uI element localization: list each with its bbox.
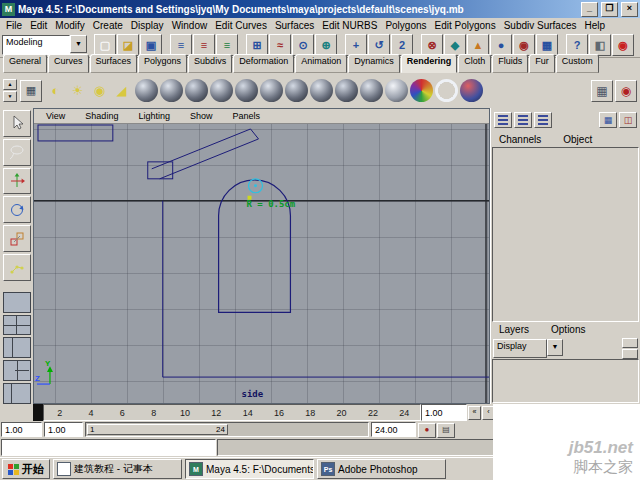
shelf-tab[interactable]: Cloth: [458, 54, 491, 73]
toolbar-icon[interactable]: ≈: [269, 34, 291, 56]
channel-box-list[interactable]: [492, 147, 639, 322]
close-button[interactable]: ×: [621, 2, 638, 17]
time-ruler[interactable]: 24681012141618202224: [43, 404, 421, 421]
menu-item[interactable]: Polygons: [381, 20, 430, 31]
menu-item[interactable]: Surfaces: [271, 20, 318, 31]
toolbar-icon[interactable]: ?: [566, 34, 588, 56]
shelf-tab[interactable]: Fur: [529, 54, 555, 73]
light-icon[interactable]: ◉: [89, 80, 110, 101]
material-sphere-icon[interactable]: [335, 79, 358, 102]
material-sphere-icon[interactable]: [310, 79, 333, 102]
toolbar-icon[interactable]: ↺: [368, 34, 390, 56]
range-option-button[interactable]: ▤: [437, 423, 455, 438]
shelf-tab[interactable]: General: [3, 54, 47, 73]
menu-item[interactable]: Edit NURBS: [318, 20, 381, 31]
material-sphere-icon[interactable]: [385, 79, 408, 102]
wireframe-rectangle[interactable]: [38, 125, 113, 141]
material-sphere-icon[interactable]: [185, 79, 208, 102]
shelf-tab[interactable]: Surfaces: [90, 54, 138, 73]
toolbar-icon[interactable]: 2: [391, 34, 413, 56]
maximize-button[interactable]: ❐: [601, 2, 618, 17]
menu-item[interactable]: Subdiv Surfaces: [500, 20, 581, 31]
channel-box-menu-item[interactable]: Channels: [495, 134, 545, 145]
playback-start-field[interactable]: 1.00: [44, 422, 83, 437]
hypergraph-icon[interactable]: ◫: [619, 112, 637, 128]
current-frame-marker[interactable]: [33, 404, 43, 421]
shelf-tab[interactable]: Fluids: [492, 54, 528, 73]
layer-editor-menu-item[interactable]: Options: [547, 324, 589, 335]
title-bar[interactable]: M Maya 4.5: F:\Documents and Settings\jy…: [0, 0, 640, 18]
show-manipulator-tool-icon[interactable]: [3, 254, 31, 281]
toolbar-icon[interactable]: ≡: [170, 34, 192, 56]
shelf-tab[interactable]: Dynamics: [348, 54, 400, 73]
menu-item[interactable]: Window: [168, 20, 212, 31]
light-icon[interactable]: ☀: [67, 80, 88, 101]
material-sphere-icon[interactable]: [235, 79, 258, 102]
material-sphere-icon[interactable]: [410, 79, 433, 102]
menu-item[interactable]: Edit Polygons: [431, 20, 500, 31]
menu-item[interactable]: Create: [89, 20, 127, 31]
toolbar-icon[interactable]: ◪: [117, 34, 139, 56]
light-icon[interactable]: ◢: [111, 80, 132, 101]
material-sphere-icon[interactable]: [160, 79, 183, 102]
layout-four-pane-button[interactable]: [3, 315, 31, 336]
shelf-tab[interactable]: Curves: [48, 54, 89, 73]
layout-two-pane-button[interactable]: [3, 337, 31, 358]
toolbar-icon[interactable]: ⊕: [315, 34, 337, 56]
menu-item[interactable]: Modify: [51, 20, 88, 31]
light-icon[interactable]: ◐: [45, 80, 66, 101]
wireframe-beam[interactable]: [148, 129, 259, 179]
viewport-canvas[interactable]: R = 0.5cm side Y Z: [34, 124, 489, 403]
shelf-menu-icon[interactable]: ▦: [20, 80, 42, 102]
material-sphere-icon[interactable]: [260, 79, 283, 102]
show-channel-layer-icon[interactable]: [534, 112, 552, 128]
menu-set-dropdown[interactable]: Modeling ▼: [2, 35, 87, 55]
menu-item[interactable]: File: [2, 20, 26, 31]
toolbar-icon[interactable]: ●: [490, 34, 512, 56]
move-tool-icon[interactable]: [3, 168, 31, 195]
material-sphere-icon[interactable]: [210, 79, 233, 102]
anim-start-field[interactable]: 1.00: [1, 422, 42, 437]
shelf-next-icon[interactable]: ▼: [3, 91, 17, 102]
shelf-tab[interactable]: Subdivs: [188, 54, 232, 73]
menu-item[interactable]: Edit Curves: [211, 20, 271, 31]
show-layer-editor-icon[interactable]: [514, 112, 532, 128]
toolbar-icon[interactable]: ⊙: [292, 34, 314, 56]
start-button[interactable]: 开始: [2, 459, 50, 479]
toolbar-icon[interactable]: ⊞: [246, 34, 268, 56]
task-button[interactable]: 建筑教程 - 记事本: [53, 459, 182, 479]
material-sphere-icon[interactable]: [435, 79, 458, 102]
material-sphere-icon[interactable]: [460, 79, 483, 102]
layer-list[interactable]: [492, 359, 639, 403]
lasso-tool-icon[interactable]: [3, 139, 31, 166]
range-end-handle[interactable]: 24: [216, 425, 225, 434]
layer-editor-menu-item[interactable]: Layers: [495, 324, 533, 335]
command-input[interactable]: [1, 439, 216, 456]
toolbar-icon[interactable]: ◧: [589, 34, 611, 56]
layer-display-dropdown[interactable]: Display ▼: [493, 339, 563, 358]
arc-radius-manipulator[interactable]: [248, 179, 263, 200]
render-icon[interactable]: ▦: [591, 80, 613, 102]
panel-menu-item[interactable]: Lighting: [134, 111, 174, 121]
panel-menu-item[interactable]: Panels: [228, 111, 264, 121]
material-sphere-icon[interactable]: [135, 79, 158, 102]
range-option-button[interactable]: ●: [418, 423, 436, 438]
shelf-tab[interactable]: Deformation: [233, 54, 294, 73]
playback-end-field[interactable]: 24.00: [371, 422, 416, 437]
material-sphere-icon[interactable]: [285, 79, 308, 102]
toolbar-icon[interactable]: ▣: [140, 34, 162, 56]
shelf-tab[interactable]: Polygons: [138, 54, 187, 73]
layout-outliner-persp-button[interactable]: [3, 383, 31, 404]
panel-menu-item[interactable]: Show: [186, 111, 217, 121]
toolbar-icon[interactable]: ⊗: [421, 34, 443, 56]
playback-button[interactable]: «: [468, 406, 481, 420]
toolbar-icon[interactable]: ◆: [444, 34, 466, 56]
scale-tool-icon[interactable]: [3, 225, 31, 252]
wireframe-boundary[interactable]: [163, 201, 489, 377]
range-track[interactable]: 1 24: [85, 422, 369, 437]
minimize-button[interactable]: _: [581, 2, 598, 17]
toolbar-icon[interactable]: ▲: [467, 34, 489, 56]
toolbar-icon[interactable]: ≡: [216, 34, 238, 56]
select-tool-icon[interactable]: [3, 110, 31, 137]
chevron-down-icon[interactable]: ▼: [547, 339, 563, 356]
